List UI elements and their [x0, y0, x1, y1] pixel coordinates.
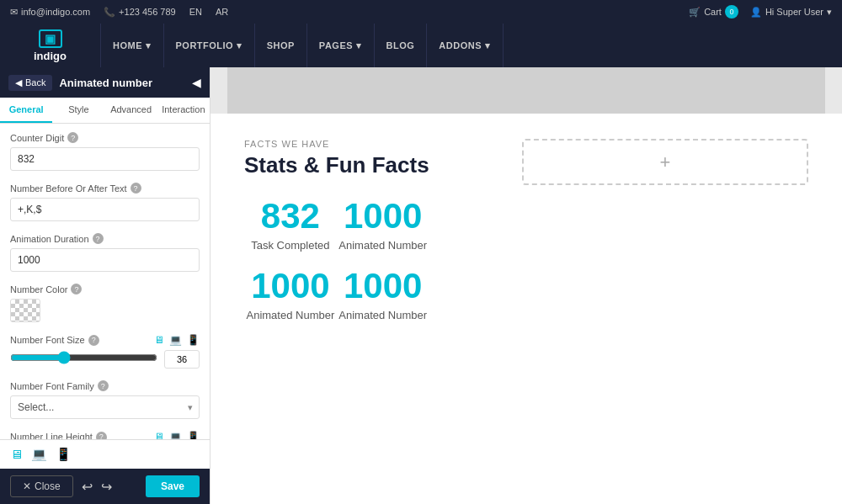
desktop-icon-fontsize[interactable]: 🖥 [154, 334, 164, 346]
number-color-swatch[interactable] [10, 299, 40, 322]
stat-item-2: 1000 Animated Number [244, 268, 337, 321]
number-font-family-field: Number Font Family ? Select... [10, 380, 200, 419]
stat-label-0: Task Completed [244, 239, 337, 252]
tablet-icon-lineheight[interactable]: 💻 [169, 431, 182, 439]
canvas-content: FACTS WE HAVE Stats & Fun Facts 832 Task… [210, 114, 842, 504]
home-arrow-icon: ▾ [146, 40, 152, 51]
number-font-size-field: Number Font Size ? 🖥 💻 📱 [10, 334, 200, 369]
cart-icon: 🛒 [689, 7, 701, 18]
stats-section: FACTS WE HAVE Stats & Fun Facts 832 Task… [244, 139, 429, 321]
user-menu[interactable]: 👤 Hi Super User ▾ [750, 7, 832, 18]
portfolio-arrow-icon: ▾ [237, 40, 242, 51]
responsive-icons-fontsize: 🖥 💻 📱 [154, 334, 200, 346]
email-icon: ✉ [10, 7, 18, 18]
user-icon: 👤 [750, 7, 762, 18]
sidebar-bottom-responsive: 🖥 💻 📱 [0, 439, 210, 469]
stat-item-0: 832 Task Completed [244, 199, 337, 252]
add-widget-box[interactable]: + [522, 139, 808, 185]
counter-digit-help-icon: ? [67, 132, 78, 143]
cart-count-badge: 0 [725, 5, 738, 19]
top-bar: ✉ info@indigo.com 📞 +123 456 789 EN AR 🛒… [0, 0, 842, 24]
tab-general[interactable]: General [0, 98, 52, 123]
back-arrow-icon: ◀ [15, 77, 22, 88]
number-font-family-select-wrap: Select... [10, 395, 200, 419]
sidebar-collapse-button[interactable]: ◀ [192, 76, 201, 89]
logo-icon: ▣ [39, 29, 62, 48]
number-font-size-help-icon: ? [88, 335, 99, 346]
number-font-family-help-icon: ? [98, 380, 109, 391]
tab-style[interactable]: Style [52, 98, 104, 123]
tab-advanced[interactable]: Advanced [105, 98, 157, 123]
number-color-help-icon: ? [71, 284, 82, 294]
close-button[interactable]: ✕ Close [10, 475, 73, 497]
stat-item-1: 1000 Animated Number [337, 199, 429, 252]
desktop-icon-lineheight[interactable]: 🖥 [154, 431, 164, 439]
stat-number-1: 1000 [337, 199, 429, 234]
nav-item-portfolio[interactable]: PORTFOLIO ▾ [164, 24, 255, 67]
nav-logo: ▣ indigo [0, 24, 101, 67]
pages-arrow-icon: ▾ [356, 40, 362, 51]
number-line-height-field: Number Line Height ? 🖥 💻 📱 [10, 431, 200, 439]
mobile-icon-lineheight[interactable]: 📱 [187, 431, 200, 439]
undo-button[interactable]: ↩ [82, 479, 93, 495]
cart-link[interactable]: 🛒 Cart 0 [689, 5, 738, 19]
nav-item-blog[interactable]: BLOG [375, 24, 428, 67]
add-widget-icon: + [660, 151, 671, 173]
user-arrow-icon: ▾ [827, 7, 832, 18]
main-canvas: FACTS WE HAVE Stats & Fun Facts 832 Task… [210, 67, 842, 504]
number-color-field: Number Color ? [10, 284, 200, 322]
stat-number-3: 1000 [337, 268, 429, 304]
lang-ar[interactable]: AR [216, 7, 228, 17]
tablet-icon-fontsize[interactable]: 💻 [169, 334, 182, 346]
section-label: FACTS WE HAVE [244, 139, 429, 149]
email-link[interactable]: ✉ info@indigo.com [10, 7, 90, 18]
number-before-after-field: Number Before Or After Text ? [10, 183, 200, 221]
bottom-tablet-icon[interactable]: 💻 [31, 447, 47, 462]
stat-label-3: Animated Number [337, 309, 429, 321]
number-font-size-number[interactable] [164, 350, 200, 369]
close-icon: ✕ [23, 480, 31, 492]
sidebar: ◀ Back Animated number ◀ General Style A… [0, 67, 210, 504]
phone-link[interactable]: 📞 +123 456 789 [104, 7, 176, 18]
save-button[interactable]: Save [146, 475, 200, 497]
section-title: Stats & Fun Facts [244, 152, 429, 178]
stat-number-2: 1000 [244, 268, 337, 304]
bottom-desktop-icon[interactable]: 🖥 [10, 447, 23, 462]
number-before-after-input[interactable] [10, 198, 200, 221]
phone-icon: 📞 [104, 7, 115, 18]
sidebar-tabs: General Style Advanced Interaction [0, 98, 210, 124]
stats-grid: 832 Task Completed 1000 Animated Number … [244, 199, 429, 321]
nav-item-pages[interactable]: PAGES ▾ [307, 24, 375, 67]
animation-duration-help-icon: ? [93, 233, 104, 244]
sidebar-content: Counter Digit ? Number Before Or After T… [0, 124, 210, 439]
bottom-mobile-icon[interactable]: 📱 [56, 447, 72, 462]
sidebar-header: ◀ Back Animated number ◀ [0, 67, 210, 98]
animation-duration-field: Animation Duration ? [10, 233, 200, 272]
page-header-gray [227, 67, 825, 114]
number-font-family-select[interactable]: Select... [10, 395, 200, 419]
lang-en[interactable]: EN [189, 7, 202, 17]
top-bar-left: ✉ info@indigo.com 📞 +123 456 789 EN AR [10, 7, 228, 18]
nav-item-addons[interactable]: ADDONS ▾ [427, 24, 503, 67]
mobile-icon-fontsize[interactable]: 📱 [187, 334, 200, 346]
number-font-size-slider[interactable] [10, 351, 157, 364]
counter-digit-input[interactable] [10, 147, 200, 171]
nav-item-shop[interactable]: SHOP [255, 24, 307, 67]
stat-number-0: 832 [244, 199, 337, 234]
animation-duration-input[interactable] [10, 248, 200, 272]
stat-label-2: Animated Number [244, 309, 337, 321]
action-bar: ✕ Close ↩ ↪ Save [0, 469, 210, 504]
counter-digit-field: Counter Digit ? [10, 132, 200, 171]
content-area: ◀ Back Animated number ◀ General Style A… [0, 67, 842, 504]
back-button[interactable]: ◀ Back [8, 75, 52, 91]
stat-label-1: Animated Number [337, 239, 429, 252]
tab-interaction[interactable]: Interaction [157, 98, 210, 123]
main-nav: ▣ indigo HOME ▾ PORTFOLIO ▾ SHOP PAGES ▾… [0, 24, 842, 67]
redo-button[interactable]: ↪ [101, 479, 112, 495]
responsive-icons-lineheight: 🖥 💻 📱 [154, 431, 200, 439]
top-bar-right: 🛒 Cart 0 👤 Hi Super User ▾ [689, 5, 832, 19]
nav-item-home[interactable]: HOME ▾ [101, 24, 164, 67]
addons-arrow-icon: ▾ [485, 40, 491, 51]
number-before-after-help-icon: ? [131, 183, 141, 194]
stat-item-3: 1000 Animated Number [337, 268, 429, 321]
